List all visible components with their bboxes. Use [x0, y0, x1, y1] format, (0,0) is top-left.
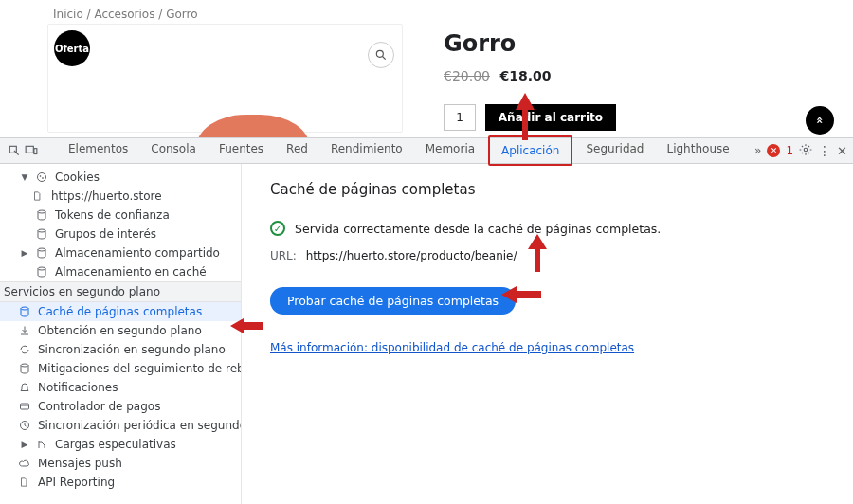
cookie-icon — [36, 171, 49, 183]
sale-badge: ¡Oferta! — [54, 30, 90, 66]
devtools-body: ▼ Cookies https://huerto.store Tokens de… — [0, 164, 853, 504]
sidebar-item-trust-tokens[interactable]: Tokens de confianza — [0, 206, 241, 225]
svg-rect-15 — [21, 404, 29, 409]
sidebar-item-notifications[interactable]: Notificaciones — [0, 378, 241, 397]
sidebar-item-push-messaging[interactable]: Mensajes push — [0, 454, 241, 473]
svg-point-5 — [804, 148, 808, 152]
svg-point-6 — [38, 173, 46, 182]
bfcache-panel: Caché de páginas completas ✓ Servida cor… — [242, 164, 853, 504]
error-badge[interactable]: ✕ — [767, 144, 780, 157]
sidebar-item-speculative-loads[interactable]: ▶ Cargas especulativas — [0, 435, 241, 454]
svg-line-1 — [383, 57, 386, 60]
product-image: ¡Oferta! — [47, 24, 403, 133]
clock-icon — [19, 420, 32, 431]
bfcache-url: URL: https://huerto.store/producto/beani… — [270, 249, 853, 262]
breadcrumb[interactable]: Inicio / Accesorios / Gorro — [53, 0, 800, 21]
database-icon — [36, 228, 49, 240]
sidebar-item-bounce-tracking[interactable]: Mitigaciones del seguimiento de rebo — [0, 359, 241, 378]
database-icon — [19, 306, 32, 317]
test-bfcache-button[interactable]: Probar caché de páginas completas — [270, 287, 516, 315]
add-to-cart-button[interactable]: Añadir al carrito — [485, 104, 616, 131]
tab-lighthouse[interactable]: Lighthouse — [655, 135, 740, 162]
sidebar-item-cache-storage[interactable]: Almacenamiento en caché — [0, 262, 241, 281]
panel-title: Caché de páginas completas — [270, 181, 853, 198]
close-icon[interactable]: ✕ — [837, 144, 847, 158]
database-icon — [36, 247, 49, 259]
svg-point-0 — [376, 50, 383, 57]
chevron-down-icon: ▼ — [19, 172, 30, 182]
sidebar-header-background-services: Servicios en segundo plano — [0, 281, 241, 302]
zoom-icon[interactable] — [368, 42, 394, 68]
scroll-top-button[interactable]: « — [806, 106, 834, 135]
url-value: https://huerto.store/producto/beanie/ — [306, 249, 517, 262]
product-info: Gorro €20.00 €18.00 1 Añadir al carrito — [444, 30, 616, 131]
file-icon — [32, 190, 45, 202]
bell-icon — [19, 382, 32, 393]
device-toggle-icon[interactable] — [23, 144, 40, 157]
tab-memory[interactable]: Memoria — [414, 135, 486, 162]
svg-rect-4 — [34, 149, 37, 154]
cloud-icon — [19, 458, 32, 469]
sidebar-item-shared-storage[interactable]: ▶ Almacenamiento compartido — [0, 243, 241, 262]
url-label: URL: — [270, 249, 297, 262]
sidebar-item-payment-handler[interactable]: Controlador de pagos — [0, 397, 241, 416]
application-sidebar: ▼ Cookies https://huerto.store Tokens de… — [0, 164, 242, 504]
svg-point-7 — [40, 176, 41, 177]
chevron-right-icon: ▶ — [19, 440, 30, 449]
tab-network[interactable]: Red — [275, 135, 319, 162]
tab-application[interactable]: Aplicación — [490, 137, 571, 164]
svg-point-10 — [38, 229, 45, 232]
inspect-icon[interactable] — [6, 144, 23, 157]
tabs-overflow-icon[interactable]: » — [754, 144, 761, 157]
database-icon — [36, 266, 49, 278]
devtools-tabs: Elementos Consola Fuentes Red Rendimient… — [57, 135, 754, 166]
sidebar-item-periodic-sync[interactable]: Sincronización periódica en segundo — [0, 416, 241, 435]
learn-more-link[interactable]: Más información: disponibilidad de caché… — [270, 341, 634, 354]
product-price: €20.00 €18.00 — [444, 68, 616, 83]
svg-point-9 — [38, 210, 45, 213]
sidebar-item-cookies-url[interactable]: https://huerto.store — [0, 187, 241, 206]
svg-point-13 — [21, 307, 28, 310]
svg-point-14 — [21, 364, 28, 367]
product-page: Inicio / Accesorios / Gorro ¡Oferta! Gor… — [0, 0, 853, 137]
file-icon — [19, 477, 32, 488]
credit-card-icon — [19, 401, 32, 412]
database-icon — [36, 209, 49, 221]
error-count: 1 — [786, 144, 793, 157]
download-icon — [19, 325, 32, 336]
tab-elements[interactable]: Elementos — [57, 135, 139, 162]
tab-security[interactable]: Seguridad — [574, 135, 655, 162]
tab-console[interactable]: Consola — [139, 135, 208, 162]
svg-point-8 — [43, 178, 44, 179]
check-circle-icon: ✓ — [270, 221, 285, 236]
tab-performance[interactable]: Rendimiento — [319, 135, 414, 162]
sidebar-item-bg-sync[interactable]: Sincronización en segundo plano — [0, 340, 241, 359]
database-icon — [19, 363, 32, 374]
sidebar-item-api-reporting[interactable]: API Reporting — [0, 473, 241, 492]
sidebar-item-cookies[interactable]: ▼ Cookies — [0, 168, 241, 187]
svg-point-11 — [38, 248, 45, 251]
devtools-tabbar: Elementos Consola Fuentes Red Rendimient… — [0, 137, 853, 164]
tab-sources[interactable]: Fuentes — [208, 135, 275, 162]
bfcache-learn-more: Más información: disponibilidad de caché… — [270, 341, 853, 354]
gear-icon[interactable] — [799, 143, 812, 159]
sidebar-item-bg-fetch[interactable]: Obtención en segundo plano — [0, 321, 241, 340]
sidebar-item-bfcache[interactable]: Caché de páginas completas — [0, 302, 241, 321]
branch-icon — [36, 439, 49, 450]
svg-rect-3 — [26, 146, 33, 153]
sync-icon — [19, 344, 32, 355]
kebab-icon[interactable]: ⋮ — [818, 143, 831, 158]
svg-point-12 — [38, 267, 45, 270]
sidebar-item-interest-groups[interactable]: Grupos de interés — [0, 225, 241, 243]
product-title: Gorro — [444, 30, 616, 57]
bfcache-status: ✓ Servida correctamente desde la caché d… — [270, 221, 853, 236]
chevron-right-icon: ▶ — [19, 248, 30, 258]
quantity-stepper[interactable]: 1 — [444, 104, 476, 131]
